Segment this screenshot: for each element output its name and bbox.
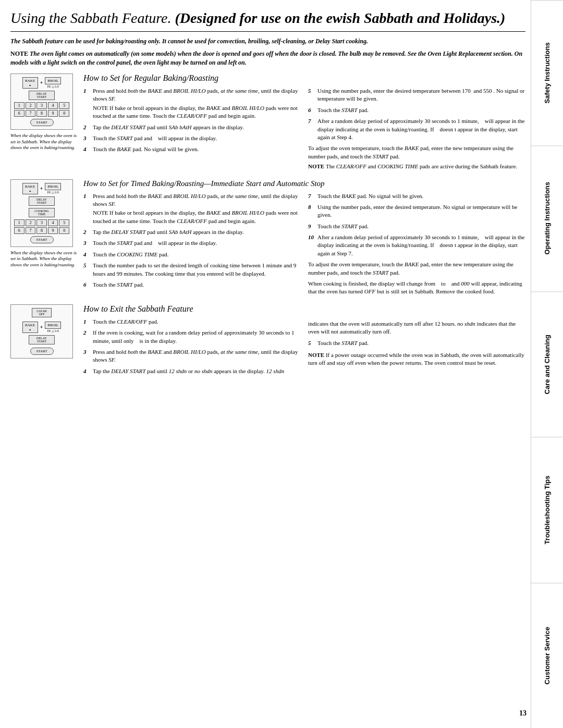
start-btn[interactable]: START [30, 119, 54, 126]
clear-off-btn[interactable]: CLEAROFF [32, 308, 52, 317]
finish-text: When cooking is finished, the display wi… [308, 280, 525, 296]
oven-diagram-1: BAKE▲ + BROIL HI △ LO DELAYSTART 1 2 3 4… [10, 73, 78, 171]
broil-btn-3[interactable]: BROIL [45, 322, 61, 329]
section-regular-baking: BAKE▲ + BROIL HI △ LO DELAYSTART 1 2 3 4… [10, 73, 525, 171]
section-timed-baking: BAKE▲ + BROIL HI △ LO DELAYSTART COOKING… [10, 179, 525, 296]
step-2-2: 2 Tap the DELAY START pad until SAb bAtH… [83, 228, 301, 236]
step-1-3: 3 Touch the START pad and will appear in… [83, 134, 301, 142]
step-2-6: 6 Touch the START pad. [83, 281, 301, 289]
broil-btn[interactable]: BROIL [45, 77, 61, 84]
intro-note: NOTE The oven light comes on automatical… [10, 50, 525, 67]
delay-start-btn-3[interactable]: DELAYSTART [29, 335, 55, 344]
section-exit-sabbath: CLEAROFF BAKE▲ + BROIL HI △ LO DELAYSTAR… [10, 304, 525, 378]
sidebar: Safety Instructions Operating Instructio… [531, 0, 563, 728]
bake-btn[interactable]: BAKE▲ [22, 77, 38, 89]
step-1-7: 7 After a random delay period of approxi… [308, 117, 525, 141]
step-2-7: 7 Touch the BAKE pad. No signal will be … [308, 192, 525, 200]
oven-caption-2: When the display shows the oven is set i… [10, 250, 78, 268]
step-1-2: 2 Tap the DELAY START pad until SAb bAtH… [83, 124, 301, 131]
note-bottom-3: NOTE If a power outage occurred while th… [308, 351, 525, 367]
sidebar-care: Care and Cleaning [531, 291, 563, 437]
start-btn-3[interactable]: START [30, 348, 54, 355]
cooking-time-btn[interactable]: COOKINGTIME [29, 208, 55, 217]
step-2-10: 10 After a random delay period of approx… [308, 233, 525, 257]
step-1-4: 4 Touch the BAKE pad. No signal will be … [83, 145, 301, 153]
step-3-4: 4 Tap the DELAY START pad until 12 shdn … [83, 367, 301, 375]
delay-start-btn-2[interactable]: DELAYSTART [29, 196, 55, 206]
step-2-1: 1 Press and hold both the BAKE and BROIL… [83, 192, 301, 226]
page-title: Using the Sabbath Feature. (Designed for… [10, 9, 525, 32]
bake-btn-2[interactable]: BAKE▲ [22, 183, 38, 194]
step-1-6: 6 Touch the START pad. [308, 106, 525, 114]
oven-diagram-2: BAKE▲ + BROIL HI △ LO DELAYSTART COOKING… [10, 179, 78, 296]
step-1-1: 1 Press and hold both the BAKE and BROIL… [83, 87, 301, 120]
step-2-9: 9 Touch the START pad. [308, 223, 525, 230]
step-2-4: 4 Touch the COOKING TIME pad. [83, 251, 301, 258]
oven-diagram-3: CLEAROFF BAKE▲ + BROIL HI △ LO DELAYSTAR… [10, 304, 78, 378]
section3-heading: How to Exit the Sabbath Feature [83, 304, 525, 314]
intro-bold: The Sabbath feature can be used for baki… [10, 37, 525, 46]
step-3-5: 5 Touch the START pad. [308, 339, 525, 347]
step-2-5: 5 Touch the number pads to set the desir… [83, 262, 301, 278]
sidebar-customer: Customer Service [531, 583, 563, 728]
numpad-2: 1 2 3 4 5 6 7 8 9 0 [14, 219, 69, 234]
start-btn-2[interactable]: START [30, 236, 54, 243]
sidebar-troubleshooting: Troubleshooting Tips [531, 437, 563, 582]
shdn-text: indicates that the oven will automatical… [308, 320, 525, 336]
adjust-text-1: To adjust the oven temperature, touch th… [308, 144, 525, 161]
step-3-1: 1 Touch the CLEAR/OFF pad. [83, 318, 301, 326]
page-number: 13 [519, 709, 527, 718]
step-2-3: 3 Touch the START pad and will appear in… [83, 239, 301, 247]
delay-start-btn[interactable]: DELAYSTART [29, 91, 55, 100]
note-bottom-1: NOTE The CLEAR/OFF and COOKING TIME pads… [308, 163, 525, 170]
bake-btn-3[interactable]: BAKE▲ [22, 322, 38, 333]
oven-caption-1: When the display shows the oven is set i… [10, 133, 78, 151]
sidebar-safety: Safety Instructions [531, 0, 563, 145]
step-3-2: 2 If the oven is cooking, wait for a ran… [83, 329, 301, 345]
step-1-5: 5 Using the number pads, enter the desir… [308, 87, 525, 103]
sidebar-operating: Operating Instructions [531, 145, 563, 291]
step-2-8: 8 Using the number pads, enter the desir… [308, 203, 525, 219]
broil-btn-2[interactable]: BROIL [45, 183, 61, 190]
step-3-3: 3 Press and hold both the BAKE and BROIL… [83, 348, 301, 364]
adjust-text-2: To adjust the oven temperature, touch th… [308, 261, 525, 277]
section1-heading: How to Set for Regular Baking/Roasting [83, 73, 525, 83]
section2-heading: How to Set for Timed Baking/Roasting—Imm… [83, 179, 525, 188]
numpad: 1 2 3 4 5 6 7 8 9 0 [14, 102, 69, 117]
